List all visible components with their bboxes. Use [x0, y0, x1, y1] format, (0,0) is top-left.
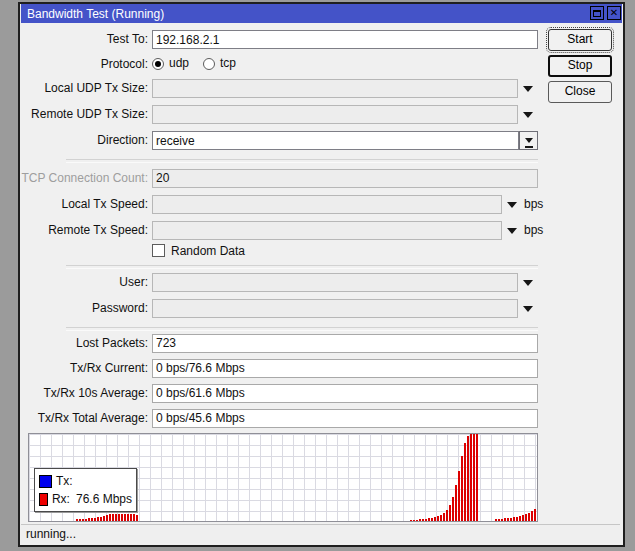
legend-rx-label: Rx:	[52, 492, 70, 506]
stop-button[interactable]: Stop	[548, 55, 612, 77]
close-icon: ✕	[610, 8, 618, 18]
legend-tx-row: Tx:	[39, 472, 132, 490]
protocol-radio-group: udptcp	[152, 56, 250, 72]
protocol-radio-udp-label[interactable]: udp	[169, 56, 189, 71]
chevron-down-icon	[507, 228, 517, 234]
password-label: Password:	[10, 299, 148, 318]
protocol-radio-tcp-label[interactable]: tcp	[220, 56, 236, 71]
txrx-total-average-value: 0 bps/45.6 Mbps	[152, 409, 538, 428]
test-to-input[interactable]	[152, 30, 538, 49]
password-field	[152, 299, 518, 318]
txrx-current-label: Tx/Rx Current:	[10, 359, 148, 378]
direction-input[interactable]	[152, 131, 519, 150]
protocol-radio-udp[interactable]	[152, 58, 164, 70]
window-title: Bandwidth Test (Running)	[27, 7, 164, 21]
chevron-down-icon	[523, 86, 533, 92]
status-bar: running...	[21, 524, 620, 543]
random-data-checkbox[interactable]	[152, 244, 165, 257]
chevron-down-icon	[523, 112, 533, 118]
txrx-10s-average-value: 0 bps/61.6 Mbps	[152, 384, 538, 403]
test-to-label: Test To:	[10, 30, 148, 49]
local-udp-tx-size-label: Local UDP Tx Size:	[10, 79, 148, 98]
droplist-icon	[525, 146, 533, 148]
remote-udp-tx-size-field	[152, 105, 518, 124]
direction-label: Direction:	[10, 131, 148, 150]
user-label: User:	[10, 273, 148, 292]
start-button[interactable]: Start	[548, 29, 612, 51]
lost-packets-value: 723	[152, 334, 538, 353]
txrx-total-average-label: Tx/Rx Total Average:	[10, 409, 148, 428]
maximize-button[interactable]	[590, 6, 604, 20]
desktop: Bandwidth Test (Running) ✕ Start Stop Cl…	[0, 0, 635, 551]
chevron-down-icon	[523, 280, 533, 286]
tcp-connection-count-label: TCP Connection Count:	[10, 169, 148, 188]
chevron-down-icon	[507, 202, 517, 208]
titlebar[interactable]: Bandwidth Test (Running)	[21, 4, 622, 23]
maximize-icon	[593, 10, 601, 17]
txrx-current-value: 0 bps/76.6 Mbps	[152, 359, 538, 378]
separator	[66, 327, 538, 331]
random-data-label[interactable]: Random Data	[171, 244, 245, 258]
legend-rx-row: Rx: 76.6 Mbps	[39, 490, 132, 508]
tcp-connection-count-field: 20	[152, 169, 538, 188]
local-tx-speed-label: Local Tx Speed:	[10, 195, 148, 214]
legend-rx-swatch	[39, 493, 48, 506]
remote-tx-speed-label: Remote Tx Speed:	[10, 221, 148, 240]
user-field	[152, 273, 518, 292]
protocol-radio-tcp[interactable]	[203, 58, 215, 70]
legend-tx-swatch	[39, 475, 52, 488]
chart-legend: Tx: Rx: 76.6 Mbps	[34, 468, 137, 512]
close-window-button[interactable]: ✕	[607, 6, 621, 20]
chevron-down-icon	[523, 306, 533, 312]
remote-tx-speed-field	[152, 221, 502, 240]
local-tx-speed-unit: bps	[524, 195, 543, 214]
legend-tx-label: Tx:	[56, 474, 73, 488]
protocol-label: Protocol:	[10, 55, 148, 74]
local-tx-speed-field	[152, 195, 502, 214]
lost-packets-label: Lost Packets:	[10, 334, 148, 353]
direction-droplist-button[interactable]	[519, 131, 538, 150]
txrx-10s-average-label: Tx/Rx 10s Average:	[10, 384, 148, 403]
status-text: running...	[26, 527, 76, 541]
separator	[66, 159, 538, 163]
remote-udp-tx-size-label: Remote UDP Tx Size:	[10, 105, 148, 124]
separator	[66, 265, 538, 269]
close-button[interactable]: Close	[548, 81, 612, 103]
legend-rx-value: 76.6 Mbps	[76, 492, 132, 506]
bandwidth-chart: Tx: Rx: 76.6 Mbps	[28, 433, 538, 522]
remote-tx-speed-unit: bps	[524, 221, 543, 240]
local-udp-tx-size-field	[152, 79, 518, 98]
